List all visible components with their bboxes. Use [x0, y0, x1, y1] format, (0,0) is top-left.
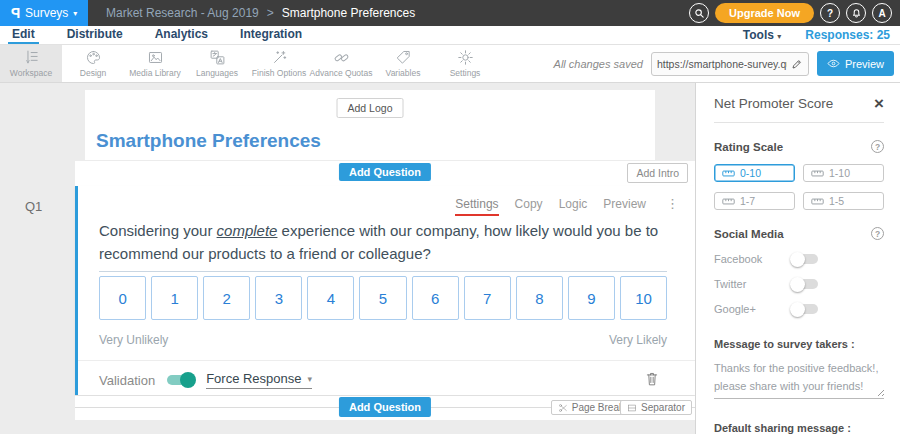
question-settings-panel: Net Promoter Score × Rating Scale ? 0-10… [695, 83, 900, 434]
questionpro-logo: P [11, 5, 20, 21]
force-response-dropdown[interactable]: Force Response ▾ [206, 371, 312, 389]
rating-option-0-10[interactable]: 0-10 [714, 164, 795, 182]
scale-icon [811, 169, 824, 178]
survey-url-box [651, 52, 809, 76]
toggle-knob [180, 372, 196, 388]
tag-icon [395, 49, 412, 66]
scale-icon [811, 197, 824, 206]
nps-option-8[interactable]: 8 [516, 276, 563, 320]
tool-languages[interactable]: Languages [186, 45, 248, 82]
nps-option-0[interactable]: 0 [99, 276, 146, 320]
question-text-before: Considering your [99, 222, 217, 239]
nps-option-3[interactable]: 3 [255, 276, 302, 320]
twitter-row: Twitter [714, 278, 884, 290]
question-tabs: Settings Copy Logic Preview ⋮ [455, 197, 679, 216]
edit-pencil-icon[interactable] [791, 58, 803, 70]
help-icon[interactable]: ? [871, 227, 884, 240]
delete-question-button[interactable] [645, 371, 659, 391]
breadcrumb: Market Research - Aug 2019 > Smartphone … [106, 6, 415, 20]
survey-toolbar: Workspace Design Media Library Languages… [0, 45, 900, 83]
trash-icon [645, 371, 659, 387]
toggle-knob [790, 252, 805, 267]
menu-item-distribute[interactable]: Distribute [63, 26, 127, 44]
twitter-toggle[interactable] [792, 279, 818, 289]
nps-option-2[interactable]: 2 [203, 276, 250, 320]
bell-icon [851, 8, 862, 19]
help-icon[interactable]: ? [871, 140, 884, 153]
scale-anchors: Very Unlikely Very Likely [99, 333, 667, 347]
nps-option-1[interactable]: 1 [151, 276, 198, 320]
tab-preview[interactable]: Preview [603, 197, 646, 216]
preview-button[interactable]: Preview [817, 51, 894, 76]
search-button[interactable] [689, 3, 709, 23]
googleplus-row: Google+ [714, 303, 884, 315]
chain-link-icon [333, 49, 350, 66]
tab-copy[interactable]: Copy [515, 197, 543, 216]
tool-finish-options[interactable]: Finish Options [248, 45, 310, 82]
tool-media-library[interactable]: Media Library [124, 45, 186, 82]
rating-option-1-10[interactable]: 1-10 [803, 164, 884, 182]
notifications-button[interactable] [846, 3, 866, 23]
resize-handle-icon[interactable] [875, 387, 884, 396]
nps-option-9[interactable]: 9 [568, 276, 615, 320]
toggle-knob [790, 302, 805, 317]
toolbar-right: All changes saved Preview [554, 45, 900, 82]
question-footer-row: Add Question Page Break Separator [75, 396, 695, 420]
menu-item-analytics[interactable]: Analytics [151, 26, 212, 44]
page-break-button[interactable]: Page Break [551, 400, 631, 415]
breadcrumb-parent[interactable]: Market Research - Aug 2019 [106, 6, 259, 20]
nps-option-7[interactable]: 7 [464, 276, 511, 320]
tools-menu[interactable]: Tools ▾ [743, 28, 781, 42]
add-logo-button[interactable]: Add Logo [337, 98, 404, 118]
validation-toggle[interactable] [167, 375, 194, 385]
search-icon [694, 8, 705, 19]
tool-workspace[interactable]: Workspace [0, 45, 62, 82]
add-intro-button[interactable]: Add Intro [627, 163, 688, 183]
tool-design[interactable]: Design [62, 45, 124, 82]
menu-bar-right: Tools ▾ Responses: 25 [743, 26, 900, 44]
kebab-menu-icon[interactable]: ⋮ [666, 197, 679, 210]
tab-settings[interactable]: Settings [455, 197, 498, 216]
menu-item-integration[interactable]: Integration [236, 26, 306, 44]
divider [78, 360, 695, 361]
top-bar-actions: Upgrade Now ? A [689, 0, 892, 26]
rating-option-1-5[interactable]: 1-5 [803, 192, 884, 210]
tool-advance-quotas[interactable]: Advance Quotas [310, 45, 372, 82]
survey-title[interactable]: Smartphone Preferences [96, 130, 321, 152]
intro-actions-row: Add Question Add Intro [75, 160, 695, 186]
help-button[interactable]: ? [820, 3, 840, 23]
tab-logic[interactable]: Logic [559, 197, 588, 216]
product-switcher[interactable]: P Surveys ▾ [0, 0, 88, 26]
separator-button[interactable]: Separator [620, 400, 692, 415]
add-question-button-top[interactable]: Add Question [339, 163, 431, 181]
brand-label: Surveys [25, 6, 68, 20]
panel-title: Net Promoter Score [714, 96, 833, 111]
survey-url-input[interactable] [657, 58, 787, 70]
scale-icon [722, 169, 735, 178]
validation-label: Validation [99, 373, 155, 388]
facebook-label: Facebook [714, 253, 792, 265]
menu-item-edit[interactable]: Edit [8, 26, 39, 44]
toggle-knob [790, 277, 805, 292]
add-question-button-bottom[interactable]: Add Question [339, 397, 431, 417]
message-to-takers-textarea[interactable]: Thanks for the positive feedback!, pleas… [714, 359, 884, 399]
googleplus-toggle[interactable] [792, 304, 818, 314]
nps-option-10[interactable]: 10 [620, 276, 667, 320]
nps-option-6[interactable]: 6 [412, 276, 459, 320]
close-icon[interactable]: × [874, 95, 884, 112]
nps-scale: 0 1 2 3 4 5 6 7 8 9 10 [99, 276, 667, 320]
facebook-toggle[interactable] [792, 254, 818, 264]
workspace-icon [23, 49, 40, 66]
responses-link[interactable]: Responses: 25 [805, 28, 890, 42]
nps-option-5[interactable]: 5 [359, 276, 406, 320]
twitter-label: Twitter [714, 278, 792, 290]
account-avatar[interactable]: A [872, 3, 892, 23]
question-text[interactable]: Considering your complete experience wit… [99, 220, 667, 272]
upgrade-now-button[interactable]: Upgrade Now [715, 3, 814, 23]
tool-settings[interactable]: Settings [434, 45, 496, 82]
rating-option-1-7[interactable]: 1-7 [714, 192, 795, 210]
save-status: All changes saved [554, 58, 643, 70]
nps-option-4[interactable]: 4 [307, 276, 354, 320]
tool-variables[interactable]: Variables [372, 45, 434, 82]
gear-icon [457, 49, 474, 66]
